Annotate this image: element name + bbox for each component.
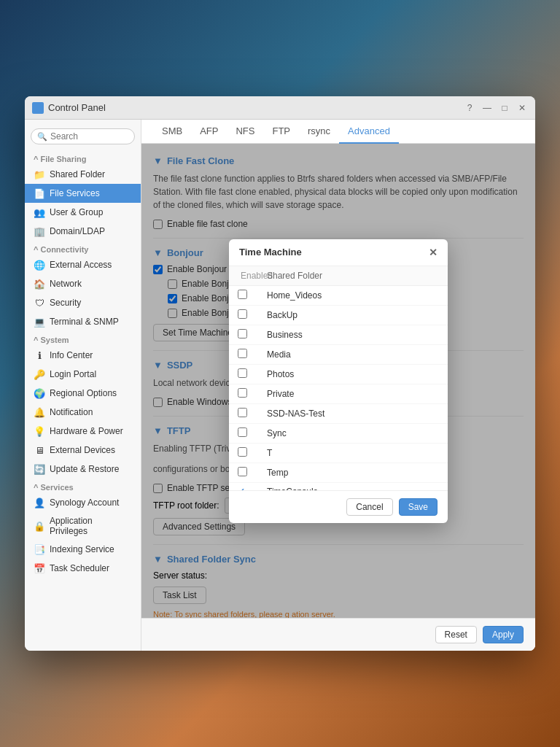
tab-afp[interactable]: AFP [191, 120, 227, 144]
minimize-button[interactable]: — [481, 102, 493, 114]
folder-checkbox-cell[interactable]: ✓ [238, 487, 267, 490]
app-icon [32, 102, 44, 114]
search-input[interactable] [50, 131, 128, 142]
tab-ftp[interactable]: FTP [263, 120, 299, 144]
folder-checkbox-cell[interactable] [238, 467, 267, 479]
folder-name: Home_Videos [267, 290, 439, 301]
folder-checkbox-cell[interactable] [238, 290, 267, 301]
modal-folder-row[interactable]: SSD-NAS-Test [229, 404, 448, 424]
help-button[interactable]: ? [464, 102, 475, 114]
shared-folder-col-header: Shared Folder [267, 271, 439, 281]
maximize-button[interactable]: □ [499, 102, 510, 114]
devices-icon: 🖥 [34, 444, 45, 456]
sidebar-item-task-scheduler[interactable]: 📅 Task Scheduler [25, 559, 141, 578]
hardware-icon: 💡 [34, 425, 45, 437]
folder-checkbox[interactable] [238, 467, 247, 476]
tab-rsync[interactable]: rsync [299, 120, 339, 144]
folder-name: TimeCapsule [267, 487, 439, 490]
folder-checkbox[interactable] [238, 349, 247, 358]
modal-folder-row[interactable]: Sync [229, 424, 448, 444]
sidebar-item-security[interactable]: 🛡 Security [25, 293, 141, 312]
sidebar-item-network[interactable]: 🏠 Network [25, 274, 141, 293]
folder-checkbox[interactable] [238, 309, 247, 319]
modal-folder-row[interactable]: T [229, 444, 448, 463]
terminal-icon: 💻 [34, 316, 45, 328]
folder-name: Photos [267, 369, 439, 379]
sidebar-item-user-group[interactable]: 👥 User & Group [25, 203, 141, 222]
folder-checkbox[interactable] [238, 408, 247, 417]
section-header-services: ^ Services [25, 479, 141, 493]
sidebar-item-terminal-snmp[interactable]: 💻 Terminal & SNMP [25, 312, 141, 331]
sidebar-item-hardware-power[interactable]: 💡 Hardware & Power [25, 422, 141, 441]
sidebar-item-info-center[interactable]: ℹ Info Center [25, 346, 141, 365]
apply-button[interactable]: Apply [483, 626, 524, 643]
sidebar-item-external-access[interactable]: 🌐 External Access [25, 255, 141, 274]
sidebar-item-indexing-service[interactable]: 📑 Indexing Service [25, 540, 141, 559]
modal-folder-row[interactable]: Photos [229, 365, 448, 384]
external-access-icon: 🌐 [34, 259, 45, 271]
folder-checkbox-cell[interactable] [238, 427, 267, 439]
sidebar-item-regional-options[interactable]: 🌍 Regional Options [25, 384, 141, 403]
folder-checkbox-cell[interactable] [238, 309, 267, 321]
time-machine-modal: Time Machine ✕ Enabled Shared Folder [229, 239, 448, 523]
close-button[interactable]: ✕ [516, 102, 528, 114]
modal-folder-row[interactable]: Temp [229, 463, 448, 483]
modal-title: Time Machine [239, 247, 302, 258]
content-area: SMB AFP NFS FTP rsync Advanced ▼ File Fa… [141, 120, 535, 651]
sidebar-item-synology-account[interactable]: 👤 Synology Account [25, 493, 141, 512]
modal-overlay: Time Machine ✕ Enabled Shared Folder [141, 144, 535, 618]
section-header-file-sharing: ^ File Sharing [25, 150, 141, 165]
folder-checkbox[interactable] [238, 447, 247, 457]
sidebar-item-update-restore[interactable]: 🔄 Update & Restore [25, 460, 141, 479]
reset-button[interactable]: Reset [435, 626, 477, 643]
modal-folder-row[interactable]: Business [229, 325, 448, 345]
modal-close-button[interactable]: ✕ [429, 247, 438, 258]
search-box[interactable]: 🔍 [31, 128, 135, 144]
sidebar-item-shared-folder[interactable]: 📁 Shared Folder [25, 165, 141, 184]
folder-icon: 📁 [34, 169, 45, 180]
tab-bar: SMB AFP NFS FTP rsync Advanced [141, 120, 535, 144]
tab-smb[interactable]: SMB [153, 120, 191, 144]
folder-checkbox-cell[interactable] [238, 349, 267, 360]
folder-checkbox[interactable] [238, 290, 247, 299]
account-icon: 👤 [34, 497, 45, 508]
folder-checkbox[interactable] [238, 427, 247, 437]
modal-folder-row[interactable]: Private [229, 384, 448, 404]
section-header-system: ^ System [25, 331, 141, 346]
sidebar-item-external-devices[interactable]: 🖥 External Devices [25, 441, 141, 460]
modal-table-header: Enabled Shared Folder [229, 266, 448, 286]
section-header-connectivity: ^ Connectivity [25, 241, 141, 255]
folder-checkbox-cell[interactable] [238, 447, 267, 459]
sidebar-item-login-portal[interactable]: 🔑 Login Portal [25, 365, 141, 384]
sidebar-item-notification[interactable]: 🔔 Notification [25, 403, 141, 422]
user-group-icon: 👥 [34, 206, 45, 218]
folder-checkbox[interactable] [238, 368, 247, 378]
search-icon: 🔍 [37, 132, 47, 142]
sidebar-item-domain-ldap[interactable]: 🏢 Domain/LDAP [25, 222, 141, 241]
folder-checkbox[interactable] [238, 329, 247, 338]
folder-checkbox-cell[interactable] [238, 368, 267, 380]
folder-name: T [267, 448, 439, 458]
scroll-content: ▼ File Fast Clone The file fast clone fu… [141, 144, 535, 618]
window-controls: ? — □ ✕ [464, 102, 528, 114]
modal-footer: Cancel Save [229, 490, 448, 523]
modal-folder-row[interactable]: ✓ TimeCapsule [229, 483, 448, 490]
modal-folder-row[interactable]: BackUp [229, 306, 448, 325]
sidebar-item-application-privileges[interactable]: 🔒 Application Privileges [25, 512, 141, 540]
tab-advanced[interactable]: Advanced [339, 120, 399, 144]
scheduler-icon: 📅 [34, 562, 45, 574]
sidebar-item-file-services[interactable]: 📄 File Services [25, 184, 141, 203]
file-services-icon: 📄 [34, 187, 45, 199]
modal-folder-row[interactable]: Media [229, 345, 448, 365]
modal-save-button[interactable]: Save [399, 498, 438, 516]
modal-folder-list: Home_Videos BackUp Business Media Photos [229, 286, 448, 490]
folder-checkbox[interactable] [238, 388, 247, 398]
tab-nfs[interactable]: NFS [227, 120, 263, 144]
modal-body: Enabled Shared Folder Home_Videos BackUp [229, 266, 448, 490]
folder-checkbox-cell[interactable] [238, 329, 267, 341]
folder-checkbox-cell[interactable] [238, 408, 267, 419]
modal-folder-row[interactable]: Home_Videos [229, 286, 448, 306]
modal-cancel-button[interactable]: Cancel [346, 498, 392, 516]
check-icon: ✓ [238, 487, 245, 490]
folder-checkbox-cell[interactable] [238, 388, 267, 400]
